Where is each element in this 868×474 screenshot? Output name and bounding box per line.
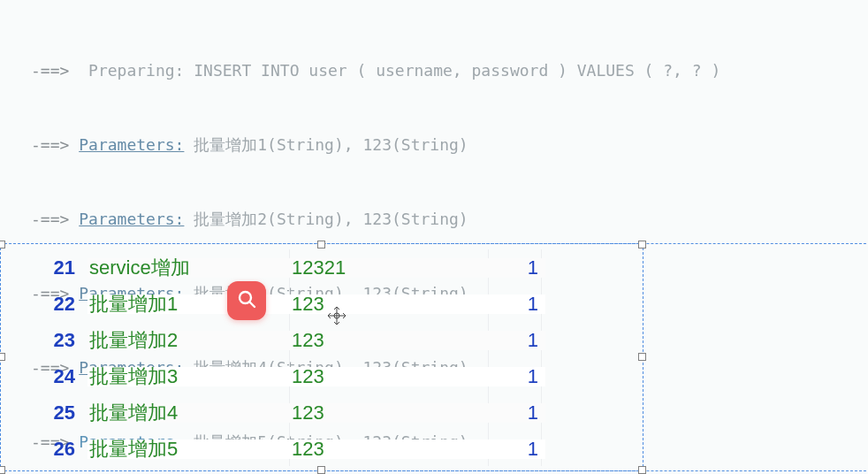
cell-id: 24 bbox=[31, 367, 88, 386]
log-param-label[interactable]: Parameters: bbox=[79, 210, 184, 228]
table-row[interactable]: 26 批量增加5 123 1 bbox=[31, 431, 545, 467]
log-preparing-sql: INSERT INTO user ( username, password ) … bbox=[194, 61, 720, 80]
cell-last: 1 bbox=[491, 367, 545, 386]
cell-name: 批量增加2 bbox=[88, 331, 290, 350]
result-table: 21 service增加 12321 1 22 批量增加1 123 1 23 批… bbox=[31, 249, 545, 467]
cell-value: 123 bbox=[290, 403, 491, 423]
search-button[interactable] bbox=[227, 281, 266, 320]
table-row[interactable]: 21 service增加 12321 1 bbox=[31, 249, 545, 286]
svg-line-4 bbox=[250, 302, 255, 308]
cell-id: 21 bbox=[31, 258, 88, 278]
cell-id: 22 bbox=[31, 294, 88, 314]
table-row[interactable]: 22 批量增加1 123 1 bbox=[31, 286, 545, 322]
cell-name: 批量增加3 bbox=[88, 367, 290, 386]
cell-last: 1 bbox=[491, 403, 545, 423]
search-icon bbox=[236, 288, 257, 313]
cell-value: 123 bbox=[290, 294, 491, 314]
cell-id: 26 bbox=[31, 440, 88, 459]
log-arrow: -==> bbox=[31, 61, 69, 80]
table-row[interactable]: 24 批量增加3 123 1 bbox=[31, 358, 545, 394]
cell-name: 批量增加5 bbox=[88, 440, 290, 459]
cell-name: 批量增加4 bbox=[88, 403, 290, 423]
log-param-line: -==> Parameters: 批量增加1(String), 123(Stri… bbox=[31, 133, 861, 157]
cell-last: 1 bbox=[491, 331, 545, 350]
cell-last: 1 bbox=[491, 440, 545, 459]
table-row[interactable]: 23 批量增加2 123 1 bbox=[31, 322, 545, 358]
cell-value: 123 bbox=[290, 440, 491, 459]
cell-name: service增加 bbox=[88, 258, 290, 278]
log-preparing-line: -==> Preparing: INSERT INTO user ( usern… bbox=[31, 58, 861, 83]
log-preparing-label: Preparing: bbox=[88, 61, 184, 80]
log-arrow: -==> bbox=[31, 135, 69, 154]
log-param-line: -==> Parameters: 批量增加2(String), 123(Stri… bbox=[31, 207, 861, 232]
table-row[interactable]: 25 批量增加4 123 1 bbox=[31, 394, 545, 431]
cell-value: 123 bbox=[290, 367, 491, 386]
log-param-value: 批量增加2(String), 123(String) bbox=[194, 210, 468, 228]
cell-value: 12321 bbox=[290, 258, 491, 278]
cell-id: 25 bbox=[31, 403, 88, 423]
log-param-value: 批量增加1(String), 123(String) bbox=[194, 135, 468, 154]
log-arrow: -==> bbox=[31, 210, 69, 228]
cell-last: 1 bbox=[491, 258, 545, 278]
log-param-label[interactable]: Parameters: bbox=[79, 135, 184, 154]
cell-value: 123 bbox=[290, 331, 491, 350]
cell-id: 23 bbox=[31, 331, 88, 350]
cell-last: 1 bbox=[491, 294, 545, 314]
